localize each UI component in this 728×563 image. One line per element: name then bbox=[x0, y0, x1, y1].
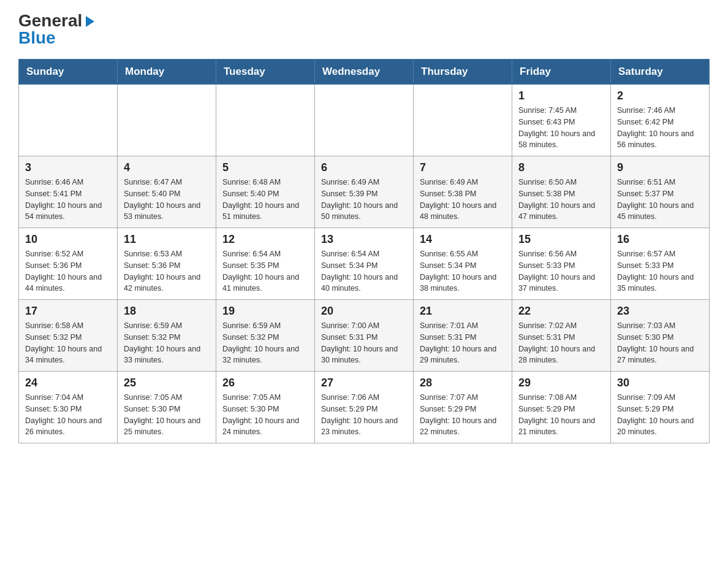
day-number: 8 bbox=[518, 161, 604, 174]
day-number: 10 bbox=[25, 233, 111, 246]
day-number: 16 bbox=[617, 233, 703, 246]
day-number: 14 bbox=[420, 233, 506, 246]
calendar-header: SundayMondayTuesdayWednesdayThursdayFrid… bbox=[19, 59, 710, 85]
day-number: 4 bbox=[124, 161, 210, 174]
day-info: Sunrise: 6:56 AMSunset: 5:33 PMDaylight:… bbox=[518, 248, 604, 294]
day-number: 12 bbox=[222, 233, 308, 246]
calendar-cell: 14Sunrise: 6:55 AMSunset: 5:34 PMDayligh… bbox=[414, 228, 512, 300]
calendar-week-row: 1Sunrise: 7:45 AMSunset: 6:43 PMDaylight… bbox=[19, 85, 710, 156]
day-info: Sunrise: 6:59 AMSunset: 5:32 PMDaylight:… bbox=[222, 320, 308, 366]
day-info: Sunrise: 7:00 AMSunset: 5:31 PMDaylight:… bbox=[321, 320, 407, 366]
day-info: Sunrise: 7:08 AMSunset: 5:29 PMDaylight:… bbox=[518, 392, 604, 438]
day-number: 27 bbox=[321, 377, 407, 389]
day-info: Sunrise: 7:07 AMSunset: 5:29 PMDaylight:… bbox=[420, 392, 506, 438]
day-info: Sunrise: 7:03 AMSunset: 5:30 PMDaylight:… bbox=[617, 320, 703, 366]
svg-marker-0 bbox=[86, 16, 94, 27]
calendar-cell: 15Sunrise: 6:56 AMSunset: 5:33 PMDayligh… bbox=[512, 228, 611, 300]
day-info: Sunrise: 6:49 AMSunset: 5:39 PMDaylight:… bbox=[321, 177, 407, 223]
day-info: Sunrise: 6:46 AMSunset: 5:41 PMDaylight:… bbox=[25, 177, 111, 223]
calendar-cell: 12Sunrise: 6:54 AMSunset: 5:35 PMDayligh… bbox=[216, 228, 315, 300]
calendar-cell: 16Sunrise: 6:57 AMSunset: 5:33 PMDayligh… bbox=[611, 228, 710, 300]
day-info: Sunrise: 6:55 AMSunset: 5:34 PMDaylight:… bbox=[420, 248, 506, 294]
calendar-cell: 18Sunrise: 6:59 AMSunset: 5:32 PMDayligh… bbox=[118, 300, 216, 372]
day-number: 24 bbox=[25, 377, 111, 389]
day-number: 30 bbox=[617, 377, 703, 389]
calendar-cell bbox=[118, 85, 216, 156]
day-of-week-header: Saturday bbox=[611, 59, 710, 85]
day-info: Sunrise: 6:54 AMSunset: 5:34 PMDaylight:… bbox=[321, 248, 407, 294]
logo-general-text: General bbox=[18, 12, 82, 29]
logo: General Blue bbox=[18, 12, 97, 47]
day-info: Sunrise: 6:49 AMSunset: 5:38 PMDaylight:… bbox=[420, 177, 506, 223]
calendar-cell: 8Sunrise: 6:50 AMSunset: 5:38 PMDaylight… bbox=[512, 156, 611, 228]
day-info: Sunrise: 6:50 AMSunset: 5:38 PMDaylight:… bbox=[518, 177, 604, 223]
day-number: 17 bbox=[25, 305, 111, 318]
calendar-cell: 13Sunrise: 6:54 AMSunset: 5:34 PMDayligh… bbox=[315, 228, 414, 300]
day-number: 22 bbox=[518, 305, 604, 318]
calendar-cell: 25Sunrise: 7:05 AMSunset: 5:30 PMDayligh… bbox=[118, 372, 216, 443]
day-of-week-header: Tuesday bbox=[216, 59, 315, 85]
calendar-cell: 20Sunrise: 7:00 AMSunset: 5:31 PMDayligh… bbox=[315, 300, 414, 372]
day-number: 11 bbox=[124, 233, 210, 246]
calendar-cell: 22Sunrise: 7:02 AMSunset: 5:31 PMDayligh… bbox=[512, 300, 611, 372]
day-number: 7 bbox=[420, 161, 506, 174]
calendar-cell: 9Sunrise: 6:51 AMSunset: 5:37 PMDaylight… bbox=[611, 156, 710, 228]
calendar-cell bbox=[19, 85, 118, 156]
calendar-cell: 6Sunrise: 6:49 AMSunset: 5:39 PMDaylight… bbox=[315, 156, 414, 228]
day-number: 1 bbox=[518, 90, 604, 102]
day-of-week-header: Friday bbox=[512, 59, 611, 85]
day-number: 25 bbox=[124, 377, 210, 389]
day-info: Sunrise: 7:06 AMSunset: 5:29 PMDaylight:… bbox=[321, 392, 407, 438]
day-info: Sunrise: 6:59 AMSunset: 5:32 PMDaylight:… bbox=[124, 320, 210, 366]
day-info: Sunrise: 6:48 AMSunset: 5:40 PMDaylight:… bbox=[222, 177, 308, 223]
calendar-cell: 1Sunrise: 7:45 AMSunset: 6:43 PMDaylight… bbox=[512, 85, 611, 156]
day-info: Sunrise: 7:01 AMSunset: 5:31 PMDaylight:… bbox=[420, 320, 506, 366]
calendar-cell: 7Sunrise: 6:49 AMSunset: 5:38 PMDaylight… bbox=[414, 156, 512, 228]
day-number: 9 bbox=[617, 161, 703, 174]
day-number: 6 bbox=[321, 161, 407, 174]
day-info: Sunrise: 7:46 AMSunset: 6:42 PMDaylight:… bbox=[617, 105, 703, 151]
header-row: SundayMondayTuesdayWednesdayThursdayFrid… bbox=[19, 59, 710, 85]
day-info: Sunrise: 7:09 AMSunset: 5:29 PMDaylight:… bbox=[617, 392, 703, 438]
calendar-cell: 11Sunrise: 6:53 AMSunset: 5:36 PMDayligh… bbox=[118, 228, 216, 300]
calendar-cell: 21Sunrise: 7:01 AMSunset: 5:31 PMDayligh… bbox=[414, 300, 512, 372]
day-number: 13 bbox=[321, 233, 407, 246]
day-number: 19 bbox=[222, 305, 308, 318]
logo-blue-text: Blue bbox=[18, 29, 56, 47]
day-info: Sunrise: 6:54 AMSunset: 5:35 PMDaylight:… bbox=[222, 248, 308, 294]
calendar-cell bbox=[315, 85, 414, 156]
day-info: Sunrise: 7:04 AMSunset: 5:30 PMDaylight:… bbox=[25, 392, 111, 438]
calendar-cell: 10Sunrise: 6:52 AMSunset: 5:36 PMDayligh… bbox=[19, 228, 118, 300]
day-number: 21 bbox=[420, 305, 506, 318]
logo-arrow-icon bbox=[83, 15, 97, 28]
day-info: Sunrise: 6:47 AMSunset: 5:40 PMDaylight:… bbox=[124, 177, 210, 223]
day-number: 20 bbox=[321, 305, 407, 318]
calendar-week-row: 24Sunrise: 7:04 AMSunset: 5:30 PMDayligh… bbox=[19, 372, 710, 443]
calendar-table: SundayMondayTuesdayWednesdayThursdayFrid… bbox=[18, 59, 710, 443]
day-number: 26 bbox=[222, 377, 308, 389]
day-info: Sunrise: 7:05 AMSunset: 5:30 PMDaylight:… bbox=[222, 392, 308, 438]
calendar-cell: 17Sunrise: 6:58 AMSunset: 5:32 PMDayligh… bbox=[19, 300, 118, 372]
day-info: Sunrise: 6:58 AMSunset: 5:32 PMDaylight:… bbox=[25, 320, 111, 366]
day-number: 23 bbox=[617, 305, 703, 318]
day-info: Sunrise: 6:53 AMSunset: 5:36 PMDaylight:… bbox=[124, 248, 210, 294]
calendar-cell: 5Sunrise: 6:48 AMSunset: 5:40 PMDaylight… bbox=[216, 156, 315, 228]
day-number: 28 bbox=[420, 377, 506, 389]
day-of-week-header: Thursday bbox=[414, 59, 512, 85]
day-number: 29 bbox=[518, 377, 604, 389]
calendar-cell: 28Sunrise: 7:07 AMSunset: 5:29 PMDayligh… bbox=[414, 372, 512, 443]
calendar-cell: 24Sunrise: 7:04 AMSunset: 5:30 PMDayligh… bbox=[19, 372, 118, 443]
calendar-cell: 23Sunrise: 7:03 AMSunset: 5:30 PMDayligh… bbox=[611, 300, 710, 372]
day-of-week-header: Monday bbox=[118, 59, 216, 85]
day-number: 18 bbox=[124, 305, 210, 318]
calendar-cell: 27Sunrise: 7:06 AMSunset: 5:29 PMDayligh… bbox=[315, 372, 414, 443]
day-number: 15 bbox=[518, 233, 604, 246]
calendar-cell: 2Sunrise: 7:46 AMSunset: 6:42 PMDaylight… bbox=[611, 85, 710, 156]
calendar-cell: 19Sunrise: 6:59 AMSunset: 5:32 PMDayligh… bbox=[216, 300, 315, 372]
calendar-week-row: 10Sunrise: 6:52 AMSunset: 5:36 PMDayligh… bbox=[19, 228, 710, 300]
calendar-cell: 30Sunrise: 7:09 AMSunset: 5:29 PMDayligh… bbox=[611, 372, 710, 443]
calendar-body: 1Sunrise: 7:45 AMSunset: 6:43 PMDaylight… bbox=[19, 85, 710, 443]
calendar-cell bbox=[414, 85, 512, 156]
day-of-week-header: Wednesday bbox=[315, 59, 414, 85]
day-info: Sunrise: 7:05 AMSunset: 5:30 PMDaylight:… bbox=[124, 392, 210, 438]
